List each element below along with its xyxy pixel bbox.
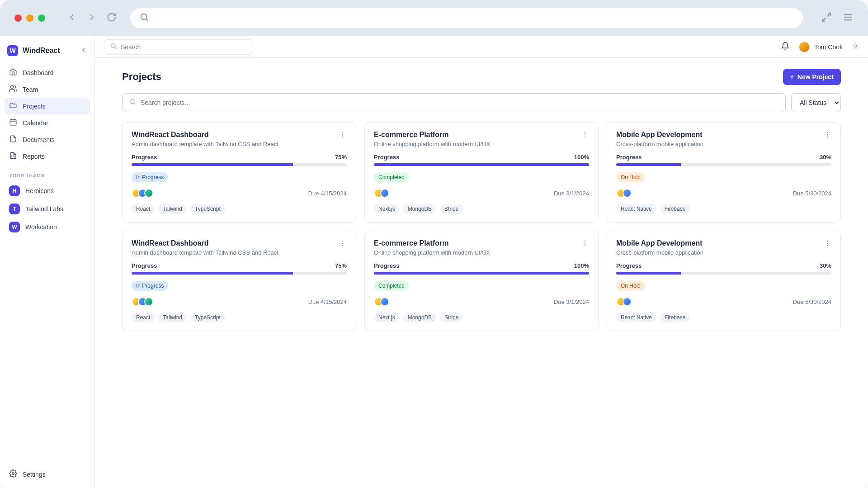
collapse-sidebar-icon[interactable] (80, 46, 87, 55)
project-title: E-commerce Platform (374, 239, 490, 247)
settings-nav-item[interactable]: Settings (5, 466, 90, 483)
progress-label: Progress (616, 154, 642, 161)
team-badge: T (9, 204, 20, 214)
progress-bar (132, 272, 347, 275)
minimize-window-icon[interactable] (26, 14, 33, 22)
documents-icon (9, 135, 17, 144)
progress-bar (616, 272, 831, 275)
project-card[interactable]: Mobile App DevelopmentCross-platform mob… (607, 122, 841, 223)
svg-point-31 (342, 137, 343, 137)
svg-point-34 (585, 137, 585, 137)
progress-value: 75% (335, 154, 347, 161)
kebab-menu-icon[interactable] (823, 239, 831, 249)
tech-tag: TypeScript (190, 204, 225, 214)
reload-icon[interactable] (107, 12, 117, 24)
member-avatars (374, 189, 389, 198)
sidebar: W WindReact DashboardTeamProjectsCalenda… (0, 36, 95, 488)
tag-list: ReactTailwindTypeScript (132, 204, 347, 214)
project-grid: WindReact DashboardAdmin dashboard templ… (122, 122, 841, 331)
new-project-button[interactable]: + New Project (783, 69, 841, 85)
project-search-input[interactable] (141, 99, 779, 106)
nav-item-label: Dashboard (23, 69, 54, 76)
due-date: Due 5/30/2024 (793, 190, 831, 197)
progress-label: Progress (616, 262, 642, 269)
member-avatars (132, 297, 153, 306)
team-item[interactable]: TTailwind Labs (5, 200, 90, 218)
close-window-icon[interactable] (14, 14, 22, 22)
status-filter-select[interactable]: All Status (791, 93, 841, 112)
hamburger-menu-icon[interactable] (843, 12, 854, 24)
settings-label: Settings (23, 471, 46, 478)
progress-value: 75% (335, 262, 347, 269)
svg-line-17 (115, 47, 116, 49)
kebab-menu-icon[interactable] (581, 239, 589, 249)
project-card[interactable]: Mobile App DevelopmentCross-platform mob… (607, 231, 841, 331)
page-title: Projects (122, 71, 161, 83)
status-badge: Completed (374, 172, 409, 182)
browser-frame: W WindReact DashboardTeamProjectsCalenda… (0, 0, 868, 488)
member-avatar-icon (144, 189, 153, 198)
svg-point-30 (342, 134, 343, 135)
nav-item-documents[interactable]: Documents (5, 131, 90, 148)
nav-item-team[interactable]: Team (5, 81, 90, 98)
maximize-window-icon[interactable] (38, 14, 45, 22)
global-search-input[interactable] (121, 43, 247, 51)
bell-icon[interactable] (781, 42, 790, 52)
sun-icon[interactable] (852, 43, 859, 52)
nav-item-reports[interactable]: Reports (5, 148, 90, 165)
project-card[interactable]: E-commerce PlatformOnline shopping platf… (364, 122, 599, 223)
due-date: Due 4/15/2024 (308, 190, 347, 197)
member-avatars (132, 189, 153, 198)
nav-item-calendar[interactable]: Calendar (5, 114, 90, 131)
progress-label: Progress (374, 262, 399, 269)
project-card[interactable]: WindReact DashboardAdmin dashboard templ… (122, 231, 356, 331)
status-badge: Completed (374, 281, 409, 291)
nav-item-projects[interactable]: Projects (5, 98, 90, 114)
progress-bar (132, 163, 347, 166)
team-item[interactable]: WWorkcation (5, 218, 90, 236)
nav-list: DashboardTeamProjectsCalendarDocumentsRe… (5, 64, 90, 165)
project-search[interactable] (122, 93, 786, 112)
team-label: Heroicons (25, 187, 54, 194)
nav-item-dashboard[interactable]: Dashboard (5, 64, 90, 81)
team-list: HHeroiconsTTailwind LabsWWorkcation (5, 182, 90, 236)
user-menu[interactable]: Tom Cook (799, 42, 843, 52)
svg-point-43 (585, 245, 585, 246)
project-card[interactable]: E-commerce PlatformOnline shopping platf… (364, 231, 599, 331)
brand-name: WindReact (23, 47, 60, 55)
project-card[interactable]: WindReact DashboardAdmin dashboard templ… (122, 122, 356, 223)
project-description: Online shopping platform with modern UI/… (374, 249, 490, 256)
project-description: Cross-platform mobile application (616, 249, 703, 256)
kebab-menu-icon[interactable] (339, 131, 347, 141)
progress-fill (374, 163, 589, 166)
progress-fill (616, 163, 681, 166)
svg-line-26 (857, 44, 858, 44)
teams-section-label: YOUR TEAMS (5, 165, 90, 182)
back-icon[interactable] (67, 12, 77, 24)
project-title: Mobile App Development (616, 131, 703, 139)
app-shell: W WindReact DashboardTeamProjectsCalenda… (0, 36, 868, 488)
tech-tag: Firebase (660, 313, 690, 322)
member-avatar-icon (144, 297, 153, 306)
svg-point-29 (342, 132, 343, 133)
svg-line-22 (857, 47, 858, 48)
forward-icon[interactable] (87, 12, 97, 24)
project-title: WindReact Dashboard (132, 131, 278, 139)
kebab-menu-icon[interactable] (339, 239, 347, 249)
tech-tag: Next.js (374, 204, 400, 214)
tag-list: React NativeFirebase (616, 204, 831, 214)
kebab-menu-icon[interactable] (581, 131, 589, 141)
expand-icon[interactable] (821, 12, 832, 24)
kebab-menu-icon[interactable] (823, 131, 831, 141)
progress-bar (374, 163, 589, 166)
svg-line-25 (853, 47, 854, 48)
svg-point-37 (827, 137, 828, 137)
status-badge: In Progress (132, 172, 168, 182)
team-item[interactable]: HHeroicons (5, 182, 90, 200)
global-search[interactable] (104, 39, 253, 55)
svg-point-18 (854, 45, 856, 47)
omnibox[interactable] (130, 8, 803, 28)
new-project-label: New Project (797, 73, 834, 81)
page-header: Projects + New Project (122, 69, 841, 85)
progress-label: Progress (132, 154, 157, 161)
